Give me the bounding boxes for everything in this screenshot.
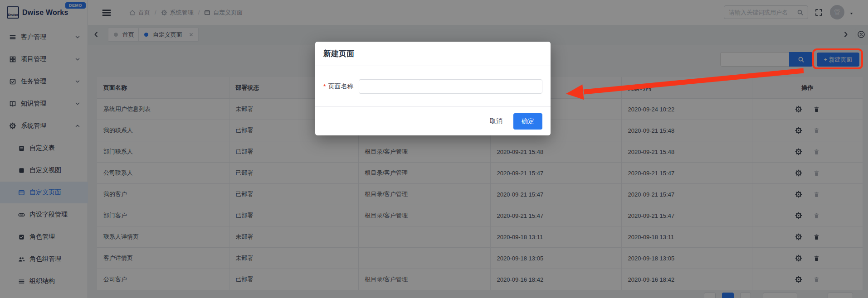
ok-button[interactable]: 确定 [513,113,542,130]
required-mark: * [323,83,326,90]
modal-title: 新建页面 [315,42,551,66]
page-name-input[interactable] [359,79,542,94]
cancel-button[interactable]: 取消 [486,115,506,128]
page-name-label: 页面名称 [328,82,353,91]
new-page-modal: 新建页面 * 页面名称 取消 确定 [315,42,551,135]
